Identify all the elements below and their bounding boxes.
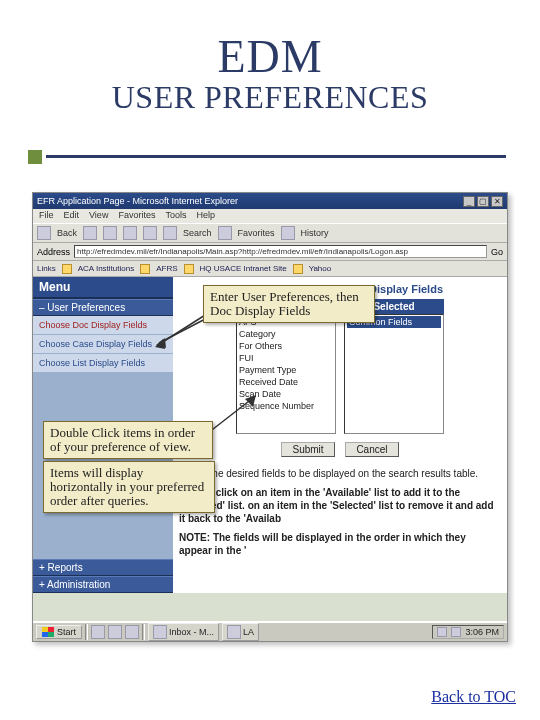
sidebar-item-doc-display[interactable]: Choose Doc Display Fields [33, 316, 173, 335]
taskbar-task[interactable]: LA [222, 623, 259, 641]
list-item[interactable]: For Others [239, 340, 333, 352]
menu-view[interactable]: View [89, 210, 108, 222]
address-bar: Address Go [33, 243, 507, 261]
start-button[interactable]: Start [36, 625, 82, 639]
sidebar-section-user-prefs[interactable]: – User Preferences [33, 299, 173, 316]
home-icon[interactable] [143, 226, 157, 240]
favorites-icon[interactable] [218, 226, 232, 240]
links-bar: Links ACA Institutions AFRS HQ USACE Int… [33, 261, 507, 277]
maximize-button[interactable]: ▢ [477, 196, 489, 207]
slide-title-1: EDM [0, 30, 540, 83]
callout-enter-prefs: Enter User Preferences, then Doc Display… [203, 285, 375, 323]
refresh-icon[interactable] [123, 226, 137, 240]
close-button[interactable]: ✕ [491, 196, 503, 207]
callout-display-order: Items will display horizontally in your … [43, 461, 215, 513]
windows-flag-icon [42, 627, 54, 637]
tray-icon[interactable] [437, 627, 447, 637]
clock: 3:06 PM [465, 627, 499, 637]
list-item[interactable]: Sequence Number [239, 400, 333, 412]
list-item[interactable]: Payment Type [239, 364, 333, 376]
menu-favorites[interactable]: Favorites [118, 210, 155, 222]
back-to-toc-link[interactable]: Back to TOC [431, 688, 516, 706]
taskbar-task[interactable]: Inbox - M... [148, 623, 219, 641]
favorites-label: Favorites [238, 228, 275, 238]
taskbar-separator [85, 624, 88, 640]
menu-file[interactable]: File [39, 210, 54, 222]
address-input[interactable] [74, 245, 487, 258]
list-item[interactable]: Category [239, 328, 333, 340]
sidebar-section-admin[interactable]: + Administration [33, 576, 173, 593]
link-item[interactable]: Yahoo [309, 264, 332, 273]
submit-button[interactable]: Submit [281, 442, 334, 457]
history-icon[interactable] [281, 226, 295, 240]
history-label: History [301, 228, 329, 238]
menu-help[interactable]: Help [196, 210, 215, 222]
link-item[interactable]: AFRS [156, 264, 177, 273]
links-label: Links [37, 264, 56, 273]
browser-screenshot: EFR Application Page - Microsoft Interne… [32, 192, 508, 642]
title-rule [46, 155, 506, 158]
task-label: LA [243, 627, 254, 637]
minimize-button[interactable]: _ [463, 196, 475, 207]
windows-taskbar: Start Inbox - M... LA 3:06 PM [33, 621, 507, 641]
app-icon [153, 625, 167, 639]
accent-square [28, 150, 42, 164]
system-tray: 3:06 PM [432, 625, 504, 639]
forward-icon[interactable] [83, 226, 97, 240]
help-line-2: Double click on an item in the 'Availabl… [179, 486, 501, 525]
link-item[interactable]: HQ USACE Intranet Site [200, 264, 287, 273]
search-label: Search [183, 228, 212, 238]
sidebar-section-reports[interactable]: + Reports [33, 559, 173, 576]
tray-icon[interactable] [451, 627, 461, 637]
window-title: EFR Application Page - Microsoft Interne… [37, 196, 461, 206]
slide-title-2: USER PREFERENCES [0, 79, 540, 116]
browser-menubar: File Edit View Favorites Tools Help [33, 209, 507, 223]
task-label: Inbox - M... [169, 627, 214, 637]
selected-listbox[interactable]: Common Fields [344, 314, 444, 434]
link-icon [140, 264, 150, 274]
callout-double-click: Double Click items in order of your pref… [43, 421, 213, 459]
list-item[interactable]: Scan Date [239, 388, 333, 400]
back-label: Back [57, 228, 77, 238]
help-text: Select the desired fields to be displaye… [179, 467, 501, 557]
address-label: Address [37, 247, 70, 257]
window-titlebar: EFR Application Page - Microsoft Interne… [33, 193, 507, 209]
stop-icon[interactable] [103, 226, 117, 240]
app-icon [227, 625, 241, 639]
link-icon [184, 264, 194, 274]
go-button[interactable]: Go [491, 247, 503, 257]
list-item[interactable]: FUI [239, 352, 333, 364]
menu-edit[interactable]: Edit [64, 210, 80, 222]
back-icon[interactable] [37, 226, 51, 240]
sidebar-item-list-display[interactable]: Choose List Display Fields [33, 354, 173, 373]
quicklaunch-icon[interactable] [108, 625, 122, 639]
cancel-button[interactable]: Cancel [345, 442, 398, 457]
link-item[interactable]: ACA Institutions [78, 264, 134, 273]
sidebar-header-menu: Menu [33, 277, 173, 299]
help-line-3: NOTE: The fields will be displayed in th… [179, 531, 501, 557]
link-icon [293, 264, 303, 274]
browser-toolbar: Back Search Favorites History [33, 223, 507, 243]
start-label: Start [57, 627, 76, 637]
list-item[interactable]: Received Date [239, 376, 333, 388]
link-icon [62, 264, 72, 274]
main-panel: Select Document Search Display Fields Av… [173, 277, 507, 593]
available-listbox[interactable]: AFS Category For Others FUI Payment Type… [236, 314, 336, 434]
quicklaunch-icon[interactable] [125, 625, 139, 639]
sidebar-item-case-display[interactable]: Choose Case Display Fields [33, 335, 173, 354]
quicklaunch-icon[interactable] [91, 625, 105, 639]
help-line-1: Select the desired fields to be displaye… [179, 467, 501, 480]
menu-tools[interactable]: Tools [165, 210, 186, 222]
taskbar-separator [142, 624, 145, 640]
search-icon[interactable] [163, 226, 177, 240]
